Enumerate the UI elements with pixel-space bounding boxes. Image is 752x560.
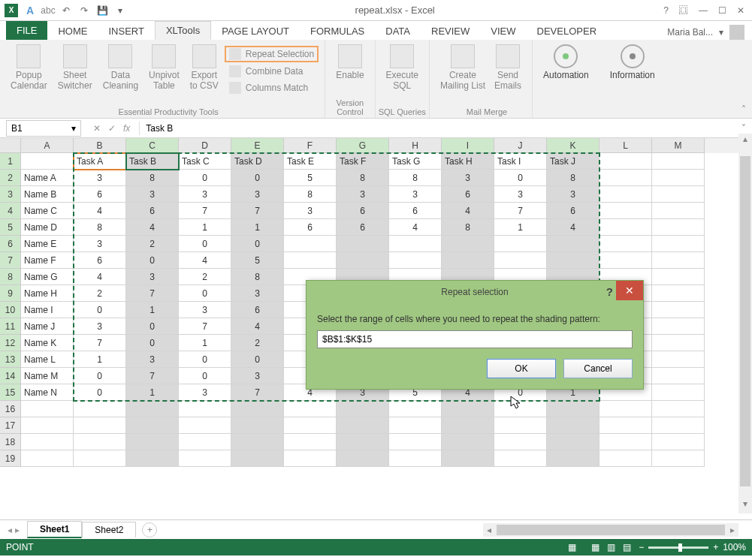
cell[interactable]: 3 — [126, 186, 179, 203]
tab-file[interactable]: FILE — [6, 21, 47, 40]
cell[interactable] — [442, 434, 494, 450]
row-header-17[interactable]: 17 — [0, 417, 21, 434]
cell[interactable]: 0 — [126, 335, 179, 351]
col-header-E[interactable]: E — [231, 138, 284, 153]
row-header-2[interactable]: 2 — [0, 170, 21, 186]
cell[interactable] — [74, 434, 126, 450]
cell[interactable] — [547, 236, 599, 252]
cell[interactable]: 6 — [284, 219, 337, 236]
cell[interactable]: 4 — [231, 318, 284, 335]
cell[interactable]: Task I — [494, 153, 547, 170]
cell[interactable]: 1 — [74, 351, 126, 368]
cell[interactable]: 1 — [494, 219, 547, 236]
row-header-7[interactable]: 7 — [0, 252, 21, 269]
col-header-A[interactable]: A — [21, 138, 74, 153]
cell[interactable]: 7 — [179, 318, 231, 335]
col-header-F[interactable]: F — [284, 138, 337, 153]
cell[interactable]: 6 — [389, 203, 442, 219]
tab-view[interactable]: VIEW — [480, 23, 526, 40]
minimize-icon[interactable]: — — [699, 5, 708, 16]
cell[interactable] — [179, 434, 231, 450]
collapse-ribbon-icon[interactable]: ˄ — [741, 104, 746, 115]
send-emails-button[interactable]: Send Emails — [490, 43, 526, 93]
cell[interactable] — [337, 450, 389, 467]
cell[interactable]: 8 — [284, 186, 337, 203]
cell[interactable]: 0 — [231, 351, 284, 368]
cell[interactable]: 4 — [74, 203, 126, 219]
cell[interactable] — [179, 401, 231, 417]
columns-match-button[interactable]: Columns Match — [225, 80, 319, 95]
row-header-18[interactable]: 18 — [0, 434, 21, 450]
ok-button[interactable]: OK — [487, 359, 556, 378]
cell[interactable] — [599, 434, 652, 450]
tab-developer[interactable]: DEVELOPER — [527, 23, 607, 40]
cell[interactable]: Task D — [231, 153, 284, 170]
row-header-19[interactable]: 19 — [0, 450, 21, 467]
cell[interactable] — [337, 417, 389, 434]
enable-button[interactable]: Enable — [331, 43, 368, 82]
cell[interactable]: Name I — [21, 302, 74, 318]
user-dropdown-icon[interactable]: ▾ — [719, 27, 723, 38]
export-csv-button[interactable]: Export to CSV — [186, 43, 223, 93]
cell[interactable]: 2 — [74, 285, 126, 302]
cell[interactable] — [652, 285, 705, 302]
macro-record-icon[interactable]: ▦ — [568, 542, 576, 552]
tab-home[interactable]: HOME — [47, 23, 98, 40]
cell[interactable]: Name A — [21, 170, 74, 186]
cell[interactable] — [21, 401, 74, 417]
cell[interactable]: Task C — [179, 153, 231, 170]
col-header-M[interactable]: M — [652, 138, 705, 153]
cell[interactable]: 7 — [74, 335, 126, 351]
view-page-icon[interactable]: ▥ — [607, 542, 615, 552]
horizontal-scrollbar[interactable]: ◂ ▸ — [483, 523, 738, 537]
cell[interactable]: 1 — [179, 335, 231, 351]
cell[interactable] — [442, 401, 494, 417]
cell[interactable]: Task H — [442, 153, 494, 170]
cancel-formula-icon[interactable]: ✕ — [93, 123, 101, 134]
cell[interactable] — [389, 434, 442, 450]
zoom-percent[interactable]: 100% — [723, 542, 746, 552]
cell[interactable] — [284, 417, 337, 434]
cell[interactable] — [442, 236, 494, 252]
cell[interactable]: 0 — [179, 170, 231, 186]
col-header-C[interactable]: C — [126, 138, 179, 153]
cell[interactable]: 3 — [126, 351, 179, 368]
zoom-control[interactable]: − + 100% — [639, 542, 746, 552]
cell[interactable] — [652, 335, 705, 351]
cell[interactable]: Task E — [284, 153, 337, 170]
cell[interactable] — [389, 401, 442, 417]
col-header-B[interactable]: B — [74, 138, 126, 153]
cell[interactable]: Name J — [21, 318, 74, 335]
cell[interactable]: 0 — [494, 170, 547, 186]
cell[interactable] — [389, 236, 442, 252]
cell[interactable]: 6 — [74, 186, 126, 203]
cell[interactable]: Name B — [21, 186, 74, 203]
scroll-right-icon[interactable]: ▸ — [726, 525, 738, 535]
row-header-5[interactable]: 5 — [0, 219, 21, 236]
tab-xltools[interactable]: XLTools — [155, 21, 211, 40]
cell[interactable]: 6 — [126, 203, 179, 219]
unpivot-button[interactable]: Unpivot Table — [144, 43, 184, 93]
spellcheck-icon[interactable]: abc — [42, 5, 54, 17]
formula-input[interactable]: Task B — [139, 122, 735, 135]
cell[interactable] — [652, 351, 705, 368]
cell[interactable]: 6 — [337, 219, 389, 236]
automation-button[interactable]: Automation — [539, 43, 593, 82]
cell[interactable]: 0 — [126, 318, 179, 335]
cell[interactable] — [494, 417, 547, 434]
namebox-dropdown-icon[interactable]: ▾ — [71, 123, 76, 134]
cell[interactable] — [652, 186, 705, 203]
row-header-3[interactable]: 3 — [0, 186, 21, 203]
zoom-slider[interactable] — [648, 546, 708, 549]
cell[interactable]: Name L — [21, 351, 74, 368]
ribbon-options-icon[interactable]: ⿴ — [679, 5, 688, 16]
cell[interactable]: 7 — [126, 285, 179, 302]
cell[interactable]: Name D — [21, 219, 74, 236]
cell[interactable]: 0 — [74, 368, 126, 384]
information-button[interactable]: Information — [606, 43, 660, 82]
cell[interactable]: 6 — [442, 186, 494, 203]
cell[interactable]: 8 — [231, 269, 284, 285]
cell[interactable]: 5 — [284, 170, 337, 186]
row-header-12[interactable]: 12 — [0, 335, 21, 351]
row-header-16[interactable]: 16 — [0, 401, 21, 417]
